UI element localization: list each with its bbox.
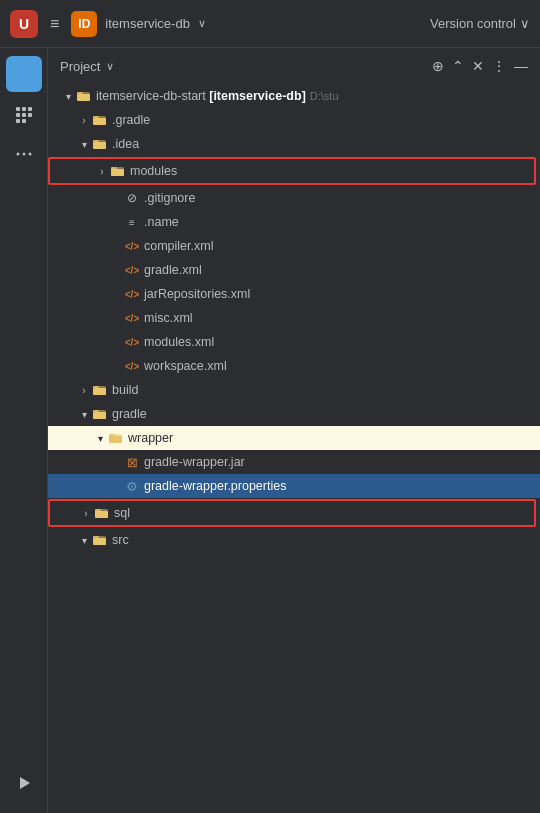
tree-item-sql[interactable]: sql [50, 501, 534, 525]
svg-rect-7 [16, 119, 20, 123]
tree-item-idea[interactable]: .idea [48, 132, 540, 156]
sql-folder-icon [94, 505, 110, 521]
locate-icon[interactable]: ⊕ [432, 58, 444, 74]
sql-outline-wrapper: sql [48, 499, 536, 527]
svg-rect-3 [16, 107, 20, 111]
svg-rect-34 [109, 434, 115, 437]
sidebar-icon-structure[interactable] [6, 96, 42, 132]
svg-rect-19 [93, 116, 99, 119]
version-control-chevron[interactable]: ∨ [520, 16, 530, 31]
tree-item-jarrepositories[interactable]: </> jarRepositories.xml [48, 282, 540, 306]
modules-chevron [94, 163, 110, 179]
idea-folder-icon [92, 136, 108, 152]
sql-label: sql [114, 506, 130, 520]
wrapper-chevron [92, 430, 108, 446]
tree-item-workspace-xml[interactable]: </> workspace.xml [48, 354, 540, 378]
tree-item-wrapper[interactable]: wrapper [48, 426, 540, 450]
idea-label: .idea [112, 137, 139, 151]
workspace-xml-label: workspace.xml [144, 359, 227, 373]
svg-rect-30 [93, 412, 106, 419]
svg-rect-16 [77, 92, 83, 95]
svg-rect-37 [95, 509, 101, 512]
misc-xml-icon: </> [124, 310, 140, 326]
sidebar-icons [0, 48, 48, 813]
project-name-chevron[interactable]: ∨ [198, 17, 206, 30]
build-chevron [76, 382, 92, 398]
workspace-xml-icon: </> [124, 358, 140, 374]
app-logo: U [10, 10, 38, 38]
tree-item-name[interactable]: ≡ .name [48, 210, 540, 234]
gradle-xml-icon: </> [124, 262, 140, 278]
minimize-icon[interactable]: — [514, 58, 528, 74]
compiler-xml-icon: </> [124, 238, 140, 254]
tree-item-gradle-wrapper-properties[interactable]: ⚙ gradle-wrapper.properties [48, 474, 540, 498]
options-icon[interactable]: ⋮ [492, 58, 506, 74]
tree-item-gradle2[interactable]: gradle [48, 402, 540, 426]
tree-item-src[interactable]: src [48, 528, 540, 552]
sql-chevron [78, 505, 94, 521]
tree-item-modules[interactable]: modules [50, 159, 534, 183]
tree-item-build[interactable]: build [48, 378, 540, 402]
tree-item-compiler-xml[interactable]: </> compiler.xml [48, 234, 540, 258]
root-chevron [60, 88, 76, 104]
tree-item-gradle-xml[interactable]: </> gradle.xml [48, 258, 540, 282]
svg-rect-27 [93, 388, 106, 395]
compiler-xml-label: compiler.xml [144, 239, 213, 253]
jar-icon: ⊠ [124, 454, 140, 470]
project-title: Project [60, 59, 100, 74]
modules-label: modules [130, 164, 177, 178]
build-label: build [112, 383, 138, 397]
hamburger-menu[interactable]: ≡ [46, 11, 63, 37]
svg-rect-33 [109, 436, 122, 443]
gradle-folder-icon [92, 112, 108, 128]
collapse-icon[interactable]: ⌃ [452, 58, 464, 74]
svg-rect-15 [77, 94, 90, 101]
gitignore-icon: ⊘ [124, 190, 140, 206]
close-icon[interactable]: ✕ [472, 58, 484, 74]
name-label: .name [144, 215, 179, 229]
jar-label: gradle-wrapper.jar [144, 455, 245, 469]
sidebar-icon-more[interactable] [6, 136, 42, 172]
src-label: src [112, 533, 129, 547]
gradle-chevron [76, 112, 92, 128]
tree-item-modules-xml[interactable]: </> modules.xml [48, 330, 540, 354]
tree-item-misc-xml[interactable]: </> misc.xml [48, 306, 540, 330]
svg-rect-31 [93, 410, 99, 413]
src-folder-icon [92, 532, 108, 548]
project-header-actions: ⊕ ⌃ ✕ ⋮ — [432, 58, 528, 74]
svg-rect-36 [95, 511, 108, 518]
svg-rect-4 [22, 107, 26, 111]
wrapper-label: wrapper [128, 431, 173, 445]
sidebar-icon-run[interactable] [6, 765, 42, 801]
svg-rect-8 [22, 119, 26, 123]
modules-xml-label: modules.xml [144, 335, 214, 349]
svg-rect-21 [93, 142, 106, 149]
svg-point-12 [22, 153, 25, 156]
gradle2-folder-icon [92, 406, 108, 422]
svg-rect-25 [111, 167, 117, 170]
root-folder-icon [76, 88, 92, 104]
tree-root[interactable]: itemservice-db-start [itemservice-db] D:… [48, 84, 540, 108]
sidebar-icon-folder[interactable] [6, 56, 42, 92]
version-control-label[interactable]: Version control ∨ [430, 16, 530, 31]
svg-rect-2 [16, 69, 23, 73]
tree-item-gradle[interactable]: .gradle [48, 108, 540, 132]
modules-xml-icon: </> [124, 334, 140, 350]
settings-file-icon: ⚙ [124, 478, 140, 494]
name-file-icon: ≡ [124, 214, 140, 230]
root-path: D:\stu [310, 90, 339, 102]
project-title-chevron[interactable]: ∨ [106, 60, 114, 73]
project-panel: Project ∨ ⊕ ⌃ ✕ ⋮ — [48, 48, 540, 813]
tree-item-gradle-wrapper-jar[interactable]: ⊠ gradle-wrapper.jar [48, 450, 540, 474]
tree-item-gitignore[interactable]: ⊘ .gitignore [48, 186, 540, 210]
misc-xml-label: misc.xml [144, 311, 193, 325]
svg-rect-22 [93, 140, 99, 143]
gradle-label: .gradle [112, 113, 150, 127]
root-label: itemservice-db-start [itemservice-db] [96, 89, 306, 103]
gradle-xml-label: gradle.xml [144, 263, 202, 277]
jarrepositories-label: jarRepositories.xml [144, 287, 250, 301]
build-folder-icon [92, 382, 108, 398]
titlebar: U ≡ ID itemservice-db ∨ Version control … [0, 0, 540, 48]
props-label: gradle-wrapper.properties [144, 479, 286, 493]
svg-point-13 [28, 153, 31, 156]
